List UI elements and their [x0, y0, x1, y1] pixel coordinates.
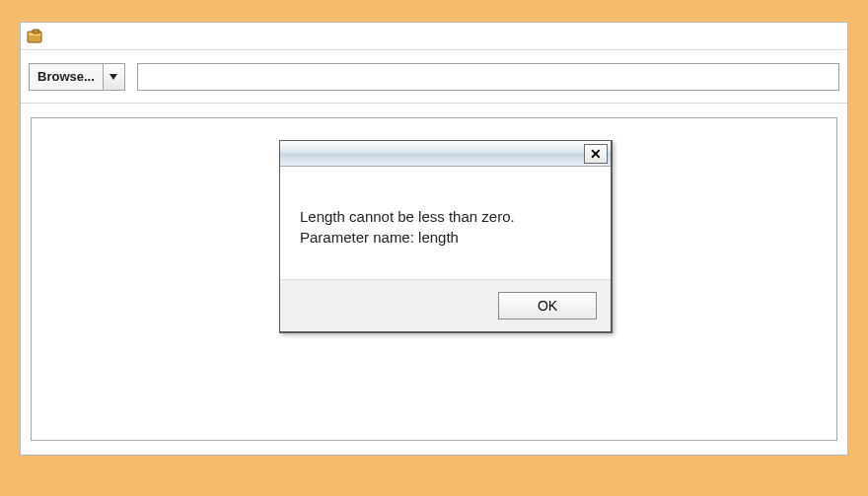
- close-button[interactable]: ✕: [584, 144, 608, 164]
- dialog-message-line: Length cannot be less than zero.: [300, 206, 591, 227]
- dialog-body: Length cannot be less than zero. Paramet…: [280, 167, 611, 279]
- titlebar: [21, 23, 847, 50]
- error-dialog: ✕ Length cannot be less than zero. Param…: [279, 140, 613, 333]
- dialog-footer: OK: [280, 279, 611, 331]
- app-icon: [27, 29, 42, 44]
- dialog-titlebar: ✕: [280, 141, 611, 167]
- browse-dropdown[interactable]: Browse...: [29, 63, 125, 91]
- address-input[interactable]: [137, 63, 839, 91]
- toolbar: Browse...: [21, 50, 847, 104]
- chevron-down-icon: [103, 64, 124, 90]
- svg-marker-3: [109, 74, 117, 80]
- ok-button[interactable]: OK: [498, 292, 597, 319]
- close-icon: ✕: [590, 147, 602, 161]
- dialog-message-line: Parameter name: length: [300, 227, 591, 248]
- browse-label: Browse...: [30, 69, 103, 84]
- svg-rect-2: [33, 30, 39, 34]
